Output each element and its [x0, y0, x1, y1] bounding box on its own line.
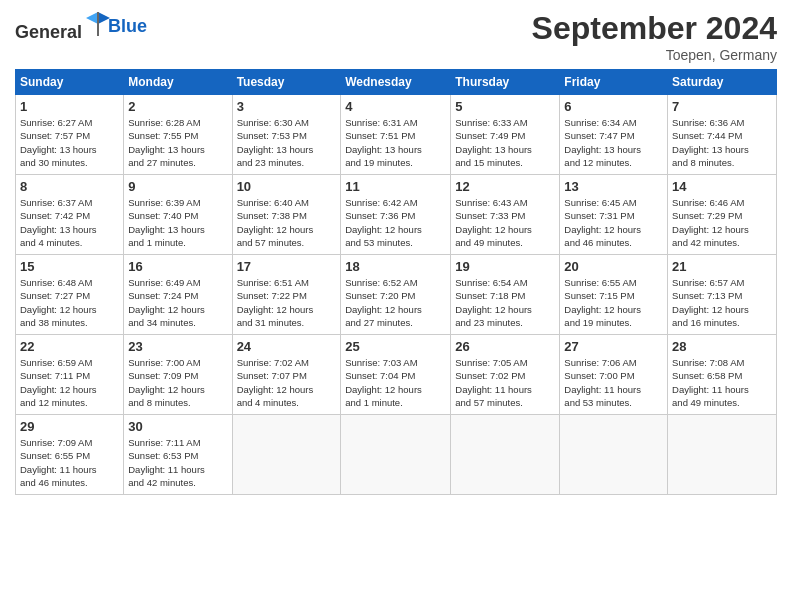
calendar-header-row: Sunday Monday Tuesday Wednesday Thursday…: [16, 70, 777, 95]
logo-blue-text: Blue: [108, 16, 147, 37]
table-row: 25Sunrise: 7:03 AM Sunset: 7:04 PM Dayli…: [341, 335, 451, 415]
day-info: Sunrise: 6:33 AM Sunset: 7:49 PM Dayligh…: [455, 116, 555, 169]
day-info: Sunrise: 6:43 AM Sunset: 7:33 PM Dayligh…: [455, 196, 555, 249]
day-number: 1: [20, 99, 119, 114]
calendar-body: 1Sunrise: 6:27 AM Sunset: 7:57 PM Daylig…: [16, 95, 777, 495]
table-row: 26Sunrise: 7:05 AM Sunset: 7:02 PM Dayli…: [451, 335, 560, 415]
day-info: Sunrise: 6:27 AM Sunset: 7:57 PM Dayligh…: [20, 116, 119, 169]
table-row: 1Sunrise: 6:27 AM Sunset: 7:57 PM Daylig…: [16, 95, 124, 175]
day-number: 8: [20, 179, 119, 194]
table-row: 30Sunrise: 7:11 AM Sunset: 6:53 PM Dayli…: [124, 415, 232, 495]
table-row: 3Sunrise: 6:30 AM Sunset: 7:53 PM Daylig…: [232, 95, 341, 175]
day-number: 15: [20, 259, 119, 274]
calendar-table: Sunday Monday Tuesday Wednesday Thursday…: [15, 69, 777, 495]
day-info: Sunrise: 7:08 AM Sunset: 6:58 PM Dayligh…: [672, 356, 772, 409]
day-info: Sunrise: 6:42 AM Sunset: 7:36 PM Dayligh…: [345, 196, 446, 249]
day-number: 28: [672, 339, 772, 354]
calendar-week-row: 8Sunrise: 6:37 AM Sunset: 7:42 PM Daylig…: [16, 175, 777, 255]
table-row: 8Sunrise: 6:37 AM Sunset: 7:42 PM Daylig…: [16, 175, 124, 255]
calendar-week-row: 29Sunrise: 7:09 AM Sunset: 6:55 PM Dayli…: [16, 415, 777, 495]
table-row: 17Sunrise: 6:51 AM Sunset: 7:22 PM Dayli…: [232, 255, 341, 335]
table-row: 27Sunrise: 7:06 AM Sunset: 7:00 PM Dayli…: [560, 335, 668, 415]
location: Toepen, Germany: [532, 47, 777, 63]
table-row: 24Sunrise: 7:02 AM Sunset: 7:07 PM Dayli…: [232, 335, 341, 415]
day-info: Sunrise: 6:54 AM Sunset: 7:18 PM Dayligh…: [455, 276, 555, 329]
col-thursday: Thursday: [451, 70, 560, 95]
day-number: 23: [128, 339, 227, 354]
table-row: 18Sunrise: 6:52 AM Sunset: 7:20 PM Dayli…: [341, 255, 451, 335]
day-info: Sunrise: 6:57 AM Sunset: 7:13 PM Dayligh…: [672, 276, 772, 329]
table-row: 20Sunrise: 6:55 AM Sunset: 7:15 PM Dayli…: [560, 255, 668, 335]
day-info: Sunrise: 7:11 AM Sunset: 6:53 PM Dayligh…: [128, 436, 227, 489]
day-number: 16: [128, 259, 227, 274]
day-number: 2: [128, 99, 227, 114]
table-row: 7Sunrise: 6:36 AM Sunset: 7:44 PM Daylig…: [668, 95, 777, 175]
day-info: Sunrise: 6:31 AM Sunset: 7:51 PM Dayligh…: [345, 116, 446, 169]
day-number: 25: [345, 339, 446, 354]
calendar-page: General Blue September 2024 Toepen, Germ…: [0, 0, 792, 505]
table-row: [232, 415, 341, 495]
day-info: Sunrise: 6:37 AM Sunset: 7:42 PM Dayligh…: [20, 196, 119, 249]
table-row: 19Sunrise: 6:54 AM Sunset: 7:18 PM Dayli…: [451, 255, 560, 335]
day-info: Sunrise: 7:05 AM Sunset: 7:02 PM Dayligh…: [455, 356, 555, 409]
day-number: 18: [345, 259, 446, 274]
day-info: Sunrise: 7:00 AM Sunset: 7:09 PM Dayligh…: [128, 356, 227, 409]
svg-marker-1: [86, 12, 98, 24]
calendar-week-row: 1Sunrise: 6:27 AM Sunset: 7:57 PM Daylig…: [16, 95, 777, 175]
logo: General Blue: [15, 10, 147, 43]
day-number: 5: [455, 99, 555, 114]
table-row: 5Sunrise: 6:33 AM Sunset: 7:49 PM Daylig…: [451, 95, 560, 175]
day-number: 21: [672, 259, 772, 274]
day-number: 29: [20, 419, 119, 434]
day-info: Sunrise: 6:59 AM Sunset: 7:11 PM Dayligh…: [20, 356, 119, 409]
day-info: Sunrise: 6:55 AM Sunset: 7:15 PM Dayligh…: [564, 276, 663, 329]
table-row: 10Sunrise: 6:40 AM Sunset: 7:38 PM Dayli…: [232, 175, 341, 255]
day-number: 4: [345, 99, 446, 114]
day-number: 27: [564, 339, 663, 354]
table-row: [451, 415, 560, 495]
day-info: Sunrise: 6:46 AM Sunset: 7:29 PM Dayligh…: [672, 196, 772, 249]
table-row: 12Sunrise: 6:43 AM Sunset: 7:33 PM Dayli…: [451, 175, 560, 255]
day-info: Sunrise: 6:49 AM Sunset: 7:24 PM Dayligh…: [128, 276, 227, 329]
day-number: 10: [237, 179, 337, 194]
day-number: 13: [564, 179, 663, 194]
day-info: Sunrise: 7:06 AM Sunset: 7:00 PM Dayligh…: [564, 356, 663, 409]
calendar-week-row: 22Sunrise: 6:59 AM Sunset: 7:11 PM Dayli…: [16, 335, 777, 415]
day-info: Sunrise: 6:45 AM Sunset: 7:31 PM Dayligh…: [564, 196, 663, 249]
table-row: 9Sunrise: 6:39 AM Sunset: 7:40 PM Daylig…: [124, 175, 232, 255]
day-number: 19: [455, 259, 555, 274]
table-row: 21Sunrise: 6:57 AM Sunset: 7:13 PM Dayli…: [668, 255, 777, 335]
day-info: Sunrise: 6:52 AM Sunset: 7:20 PM Dayligh…: [345, 276, 446, 329]
title-area: September 2024 Toepen, Germany: [532, 10, 777, 63]
day-number: 24: [237, 339, 337, 354]
day-number: 12: [455, 179, 555, 194]
day-info: Sunrise: 6:30 AM Sunset: 7:53 PM Dayligh…: [237, 116, 337, 169]
table-row: 22Sunrise: 6:59 AM Sunset: 7:11 PM Dayli…: [16, 335, 124, 415]
table-row: [341, 415, 451, 495]
day-number: 26: [455, 339, 555, 354]
day-number: 7: [672, 99, 772, 114]
svg-rect-2: [97, 12, 99, 36]
col-friday: Friday: [560, 70, 668, 95]
day-info: Sunrise: 6:48 AM Sunset: 7:27 PM Dayligh…: [20, 276, 119, 329]
day-info: Sunrise: 6:39 AM Sunset: 7:40 PM Dayligh…: [128, 196, 227, 249]
day-number: 6: [564, 99, 663, 114]
col-wednesday: Wednesday: [341, 70, 451, 95]
day-number: 17: [237, 259, 337, 274]
col-tuesday: Tuesday: [232, 70, 341, 95]
logo-general: General: [15, 22, 82, 42]
day-info: Sunrise: 7:09 AM Sunset: 6:55 PM Dayligh…: [20, 436, 119, 489]
table-row: 11Sunrise: 6:42 AM Sunset: 7:36 PM Dayli…: [341, 175, 451, 255]
table-row: 15Sunrise: 6:48 AM Sunset: 7:27 PM Dayli…: [16, 255, 124, 335]
table-row: [668, 415, 777, 495]
table-row: 23Sunrise: 7:00 AM Sunset: 7:09 PM Dayli…: [124, 335, 232, 415]
day-number: 30: [128, 419, 227, 434]
table-row: 16Sunrise: 6:49 AM Sunset: 7:24 PM Dayli…: [124, 255, 232, 335]
day-info: Sunrise: 7:03 AM Sunset: 7:04 PM Dayligh…: [345, 356, 446, 409]
calendar-header: General Blue September 2024 Toepen, Germ…: [15, 10, 777, 63]
table-row: 29Sunrise: 7:09 AM Sunset: 6:55 PM Dayli…: [16, 415, 124, 495]
month-title: September 2024: [532, 10, 777, 47]
day-number: 20: [564, 259, 663, 274]
table-row: 2Sunrise: 6:28 AM Sunset: 7:55 PM Daylig…: [124, 95, 232, 175]
day-number: 11: [345, 179, 446, 194]
